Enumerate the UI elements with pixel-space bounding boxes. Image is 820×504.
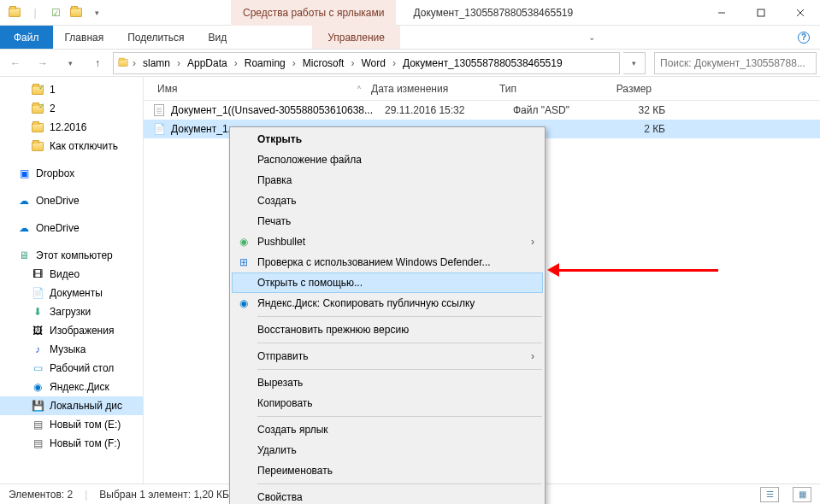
ctx-send-to[interactable]: Отправить› xyxy=(232,346,543,366)
drive-icon: ▤ xyxy=(31,418,44,431)
close-button[interactable] xyxy=(781,0,820,26)
nav-label: Изображения xyxy=(50,325,114,337)
submenu-icon: › xyxy=(531,350,534,362)
ctx-shortcut[interactable]: Создать ярлык xyxy=(232,419,543,440)
file-tab[interactable]: Файл xyxy=(0,26,53,49)
file-name: Документ_1((Unsaved-305588053610638... xyxy=(171,104,380,116)
minimize-button[interactable] xyxy=(702,0,741,26)
nav-pc-item[interactable]: 📄Документы xyxy=(0,284,143,302)
back-button[interactable]: ← xyxy=(3,52,27,74)
nav-quick-item[interactable]: ✓1 xyxy=(0,80,143,99)
col-type[interactable]: Тип xyxy=(494,83,597,95)
home-tab[interactable]: Главная xyxy=(53,26,116,49)
file-size: 32 КБ xyxy=(611,104,670,116)
context-tab-title: Средства работы с ярлыками xyxy=(231,0,396,26)
mi-label: Pushbullet xyxy=(257,236,305,248)
ribbon-options[interactable]: ⌄ xyxy=(578,26,605,49)
chevron-icon[interactable]: › xyxy=(175,57,182,69)
col-name[interactable]: Имя^ xyxy=(152,83,366,95)
chevron-icon[interactable]: › xyxy=(233,57,239,69)
nav-pc-item[interactable]: ▭Рабочий стол xyxy=(0,359,143,378)
nav-label: Новый том (F:) xyxy=(50,437,121,449)
nav-label: Музыка xyxy=(50,343,86,355)
ctx-open[interactable]: Открыть xyxy=(232,129,543,149)
ctx-rename[interactable]: Переименовать xyxy=(232,460,543,481)
nav-pc-item[interactable]: 💾Локальный дис xyxy=(0,396,143,415)
nav-onedrive[interactable]: ☁OneDrive xyxy=(0,219,143,237)
maximize-button[interactable] xyxy=(741,0,781,26)
search-input[interactable]: Поиск: Документ_130558788... xyxy=(654,52,817,74)
nav-label: Этот компьютер xyxy=(36,249,113,261)
nav-pc-item[interactable]: ▤Новый том (F:) xyxy=(0,434,143,453)
forward-button[interactable]: → xyxy=(31,52,55,74)
crumb[interactable]: Документ_1305587880538465519 xyxy=(399,57,566,69)
nav-label: Локальный дис xyxy=(50,400,122,412)
ctx-cut[interactable]: Вырезать xyxy=(232,372,543,393)
crumb[interactable]: Microsoft xyxy=(299,57,348,69)
recent-dropdown[interactable]: ▾ xyxy=(58,52,82,74)
up-button[interactable]: ↑ xyxy=(86,52,109,74)
ctx-open-with[interactable]: Открыть с помощью... xyxy=(232,273,543,293)
svg-rect-1 xyxy=(758,9,764,16)
chevron-icon[interactable]: › xyxy=(131,57,138,69)
chevron-icon[interactable]: › xyxy=(391,57,398,69)
file-icon xyxy=(152,103,166,117)
pc-icon: 🖥 xyxy=(17,249,31,262)
nav-label: OneDrive xyxy=(36,222,80,234)
nav-quick-item[interactable]: Как отключить xyxy=(0,137,143,155)
qat-sep: | xyxy=(26,3,44,22)
menu-separator xyxy=(257,316,542,317)
annotation-arrow xyxy=(547,267,718,273)
refresh-button[interactable]: ▾ xyxy=(623,52,646,74)
ctx-defender[interactable]: ⊞Проверка с использованием Windows Defen… xyxy=(232,252,543,273)
crumb[interactable]: Word xyxy=(357,57,388,69)
nav-this-pc[interactable]: 🖥Этот компьютер xyxy=(0,246,143,265)
window-buttons xyxy=(702,0,820,26)
crumb[interactable]: slamn xyxy=(139,57,174,69)
qat-dropdown-icon[interactable]: ▾ xyxy=(87,3,106,22)
nav-pc-item[interactable]: 🎞Видео xyxy=(0,265,143,284)
qat-newfolder-icon[interactable] xyxy=(67,3,86,22)
ctx-new[interactable]: Создать xyxy=(232,190,543,211)
ctx-pushbullet[interactable]: ◉Pushbullet› xyxy=(232,231,543,252)
view-icons-button[interactable]: ▦ xyxy=(793,487,811,502)
crumb[interactable]: AppData xyxy=(184,57,231,69)
qat-properties-icon[interactable]: ☑ xyxy=(46,3,65,22)
manage-tab[interactable]: Управление xyxy=(312,26,400,49)
doc-icon: 📄 xyxy=(31,286,44,300)
crumb[interactable]: Roaming xyxy=(241,57,289,69)
chevron-icon[interactable]: › xyxy=(291,57,298,69)
nav-pc-item[interactable]: ⬇Загрузки xyxy=(0,302,143,321)
ctx-delete[interactable]: Удалить xyxy=(232,440,543,460)
ctx-file-location[interactable]: Расположение файла xyxy=(232,149,543,170)
help-button[interactable]: ? xyxy=(788,26,820,49)
file-row[interactable]: Документ_1((Unsaved-305588053610638... 2… xyxy=(144,101,820,120)
nav-quick-item[interactable]: ✓2 xyxy=(0,99,143,118)
nav-pc-item[interactable]: ▤Новый том (E:) xyxy=(0,415,143,434)
mi-label: Яндекс.Диск: Скопировать публичную ссылк… xyxy=(257,297,475,309)
view-details-button[interactable]: ☰ xyxy=(760,487,779,502)
view-tab[interactable]: Вид xyxy=(196,26,239,49)
nav-dropbox[interactable]: ▣Dropbox xyxy=(0,164,143,183)
nav-quick-item[interactable]: 12.2016 xyxy=(0,118,143,137)
nav-label: Видео xyxy=(50,268,80,280)
nav-pc-item[interactable]: 🖼Изображения xyxy=(0,321,143,340)
folder-icon xyxy=(31,120,44,134)
col-size[interactable]: Размер xyxy=(597,83,657,95)
nav-pc-item[interactable]: ◉Яндекс.Диск xyxy=(0,378,143,396)
search-placeholder: Поиск: Документ_130558788... xyxy=(660,57,805,69)
ctx-restore[interactable]: Восстановить прежнюю версию xyxy=(232,319,543,340)
breadcrumb[interactable]: › slamn› AppData› Roaming› Microsoft› Wo… xyxy=(113,52,620,74)
ctx-edit[interactable]: Правка xyxy=(232,170,543,190)
nav-onedrive[interactable]: ☁OneDrive xyxy=(0,191,143,210)
ctx-copy[interactable]: Копировать xyxy=(232,393,543,413)
folder-icon xyxy=(31,139,44,153)
nav-label: Как отключить xyxy=(50,140,118,152)
ctx-print[interactable]: Печать xyxy=(232,211,543,231)
share-tab[interactable]: Поделиться xyxy=(115,26,196,49)
nav-pc-item[interactable]: ♪Музыка xyxy=(0,340,143,359)
ctx-yandex[interactable]: ◉Яндекс.Диск: Скопировать публичную ссыл… xyxy=(232,293,543,314)
chevron-icon[interactable]: › xyxy=(349,57,356,69)
ctx-properties[interactable]: Свойства xyxy=(232,487,543,504)
col-date[interactable]: Дата изменения xyxy=(366,83,494,95)
